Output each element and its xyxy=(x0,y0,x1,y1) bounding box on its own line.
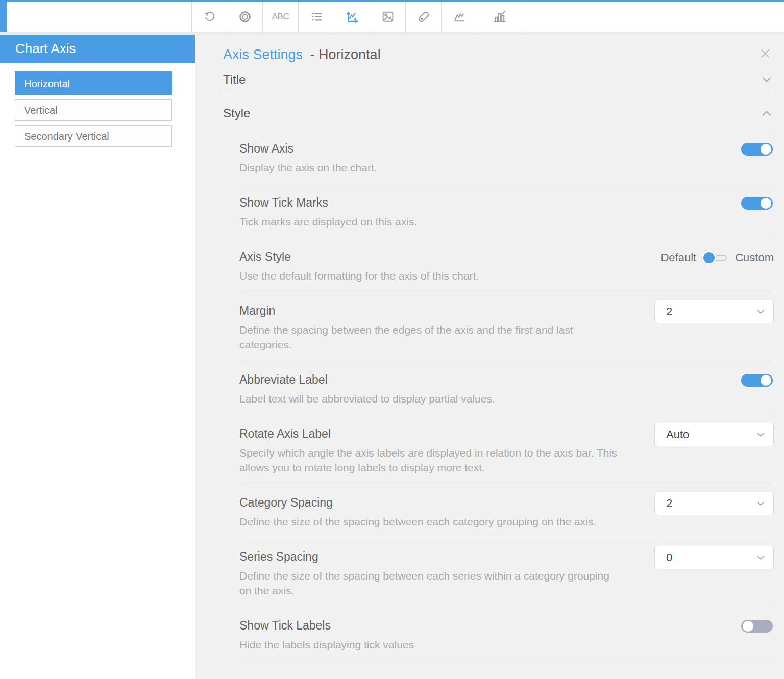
chevron-up-icon xyxy=(762,110,772,116)
panel-title: Axis Settings - Horizontal xyxy=(223,35,774,63)
section-title[interactable]: Title xyxy=(223,63,774,96)
setting-row-show-axis: Show Axis Display the axis on the chart. xyxy=(239,130,774,184)
setting-row-axis-style: Axis Style Use the default formatting fo… xyxy=(239,238,774,292)
show-tick-marks-toggle[interactable] xyxy=(741,197,773,210)
sidebar-item-horizontal[interactable]: Horizontal xyxy=(15,71,172,95)
setting-row-series-spacing: Series Spacing Define the size of the sp… xyxy=(239,538,774,607)
axis-style-option-custom: Custom xyxy=(735,251,774,264)
left-accent-bar xyxy=(0,0,7,32)
toggle-knob xyxy=(761,198,771,209)
chevron-down-icon xyxy=(762,77,772,83)
toggle-knob xyxy=(761,144,771,155)
setting-label: Show Axis xyxy=(239,142,731,156)
setting-label: Series Spacing xyxy=(239,550,644,564)
setting-label: Axis Style xyxy=(239,250,650,264)
chevron-down-icon xyxy=(756,555,765,560)
axis-settings-panel: Axis Settings - Horizontal Title Style S… xyxy=(195,35,784,679)
chart-axis-icon xyxy=(345,9,360,24)
panel-title-primary: Axis Settings xyxy=(223,47,303,62)
dropdown-value: 2 xyxy=(666,305,672,318)
chart-axis-settings-window: ABC xyxy=(0,0,784,679)
show-tick-labels-toggle[interactable] xyxy=(741,620,773,633)
setting-description: Display the axis on the chart. xyxy=(239,160,620,175)
margin-dropdown[interactable]: 2 xyxy=(654,300,774,323)
undo-icon xyxy=(202,10,216,24)
setting-description: Define the size of the spacing between e… xyxy=(239,568,620,598)
setting-description: Tick marks are displayed on this axis. xyxy=(239,214,620,229)
chevron-down-icon xyxy=(756,309,765,314)
text-format-button[interactable]: ABC xyxy=(263,2,299,32)
tag-icon xyxy=(416,9,431,24)
image-button[interactable] xyxy=(370,2,406,32)
undo-button[interactable] xyxy=(191,2,227,32)
image-icon xyxy=(380,9,396,24)
line-chart-button[interactable] xyxy=(442,2,477,32)
close-button[interactable] xyxy=(760,48,771,59)
setting-label: Show Tick Marks xyxy=(239,196,731,210)
rotate-axis-label-dropdown[interactable]: Auto xyxy=(654,423,774,446)
setting-label: Abbreviate Label xyxy=(239,373,731,387)
close-icon xyxy=(760,48,771,59)
abbreviate-label-toggle[interactable] xyxy=(741,374,773,387)
line-chart-icon xyxy=(452,9,467,24)
setting-label: Category Spacing xyxy=(239,496,644,510)
settings-button[interactable] xyxy=(227,2,263,32)
setting-row-abbreviate-label: Abbreviate Label Label text will be abbr… xyxy=(239,361,774,415)
tag-button[interactable] xyxy=(406,2,442,32)
section-style[interactable]: Style xyxy=(223,96,774,130)
toolbar: ABC xyxy=(0,2,784,32)
chevron-down-icon xyxy=(756,501,765,506)
setting-description: Define the size of the spacing between e… xyxy=(239,514,620,529)
list-icon xyxy=(309,10,324,24)
toggle-knob xyxy=(743,621,753,632)
category-spacing-dropdown[interactable]: 2 xyxy=(654,492,774,515)
dropdown-value: 2 xyxy=(666,497,672,510)
show-axis-toggle[interactable] xyxy=(741,143,773,156)
setting-description: Define the spacing between the edges of … xyxy=(239,322,620,352)
gear-icon xyxy=(237,9,253,24)
abc-text-icon: ABC xyxy=(272,12,289,22)
axis-style-switch[interactable] xyxy=(703,252,729,264)
setting-row-show-tick-marks: Show Tick Marks Tick marks are displayed… xyxy=(239,184,774,238)
panel-title-context: - Horizontal xyxy=(310,47,381,62)
bar-chart-button[interactable] xyxy=(477,2,522,32)
setting-label: Margin xyxy=(239,304,644,318)
setting-description: Specify which angle the axis labels are … xyxy=(239,445,620,475)
sidebar-item-secondary-vertical[interactable]: Secondary Vertical xyxy=(15,125,172,147)
chevron-down-icon xyxy=(756,432,765,437)
setting-description: Hide the labels displaying tick values xyxy=(239,637,620,652)
dropdown-value: Auto xyxy=(666,428,689,441)
list-button[interactable] xyxy=(299,2,334,32)
dropdown-value: 0 xyxy=(666,551,672,564)
chart-axis-button[interactable] xyxy=(334,2,370,32)
sidebar: Chart Axis Horizontal Vertical Secondary… xyxy=(0,35,195,679)
setting-row-rotate-axis-label: Rotate Axis Label Specify which angle th… xyxy=(239,415,774,484)
setting-row-margin: Margin Define the spacing between the ed… xyxy=(239,292,774,361)
setting-description: Use the default formatting for the axis … xyxy=(239,268,620,283)
setting-row-category-spacing: Category Spacing Define the size of the … xyxy=(239,484,774,538)
setting-row-show-tick-labels: Show Tick Labels Hide the labels display… xyxy=(239,607,774,661)
setting-description: Label text will be abbreviated to displa… xyxy=(239,391,620,406)
switch-knob xyxy=(703,252,715,263)
series-spacing-dropdown[interactable]: 0 xyxy=(654,546,774,569)
bar-chart-icon xyxy=(492,9,508,25)
setting-label: Rotate Axis Label xyxy=(239,427,644,441)
sidebar-item-vertical[interactable]: Vertical xyxy=(15,99,172,121)
sidebar-title: Chart Axis xyxy=(0,35,195,63)
setting-label: Show Tick Labels xyxy=(239,619,731,633)
axis-style-option-default: Default xyxy=(660,251,696,264)
toggle-knob xyxy=(761,375,771,386)
